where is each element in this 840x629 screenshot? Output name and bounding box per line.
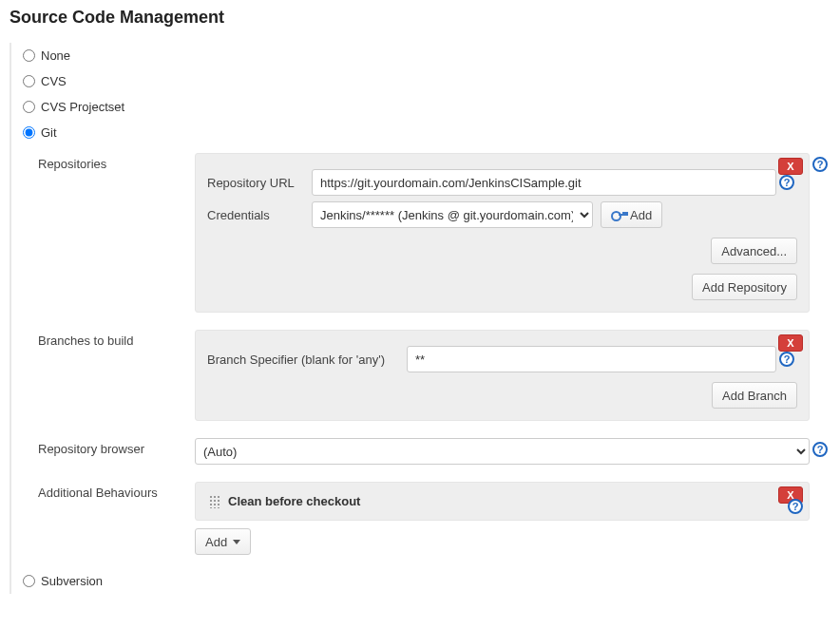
repositories-block: Repositories X Repository URL ?	[38, 153, 830, 313]
scm-label-cvs[interactable]: CVS	[41, 74, 67, 88]
help-icon[interactable]: ?	[779, 175, 794, 190]
delete-branch-button[interactable]: X	[778, 334, 803, 352]
scm-option-git[interactable]: Git	[19, 120, 830, 145]
behaviour-panel: X Clean before checkout ?	[195, 482, 810, 521]
add-repository-button[interactable]: Add Repository	[692, 274, 797, 300]
key-icon	[611, 210, 624, 219]
section-title: Source Code Management	[10, 8, 830, 28]
add-credential-label: Add	[630, 208, 652, 222]
scm-option-subversion[interactable]: Subversion	[19, 568, 830, 594]
drag-handle-icon[interactable]	[209, 495, 220, 508]
scm-option-cvs-projectset[interactable]: CVS Projectset	[19, 94, 830, 120]
repositories-label: Repositories	[38, 153, 195, 171]
add-branch-button[interactable]: Add Branch	[712, 382, 797, 409]
repo-url-input[interactable]	[312, 169, 776, 196]
scm-radio-cvs-projectset[interactable]	[23, 101, 35, 113]
scm-radio-subversion[interactable]	[23, 575, 35, 587]
help-icon[interactable]: ?	[812, 157, 828, 172]
scm-label-cvs-projectset[interactable]: CVS Projectset	[41, 100, 124, 114]
repo-browser-select[interactable]: (Auto)	[195, 438, 810, 465]
behaviour-item-label: Clean before checkout	[228, 494, 360, 508]
repository-panel: X Repository URL ? Credentials	[195, 153, 810, 313]
branches-block: Branches to build X Branch Specifier (bl…	[38, 330, 830, 421]
scm-label-git[interactable]: Git	[41, 125, 57, 140]
behaviours-block: Additional Behaviours X Clean before che…	[38, 482, 830, 555]
advanced-button[interactable]: Advanced...	[711, 238, 797, 264]
scm-label-subversion[interactable]: Subversion	[41, 574, 103, 588]
credentials-label: Credentials	[207, 208, 312, 222]
branch-panel: X Branch Specifier (blank for 'any') ?	[195, 330, 810, 421]
scm-option-none[interactable]: None	[19, 43, 830, 68]
scm-radio-git[interactable]	[23, 126, 35, 139]
scm-radio-cvs[interactable]	[23, 75, 35, 87]
scm-option-cvs[interactable]: CVS	[19, 68, 830, 94]
scm-radio-group: None CVS CVS Projectset Git Repositories…	[10, 43, 830, 594]
chevron-down-icon	[233, 540, 240, 544]
repo-browser-block: Repository browser (Auto) ?	[38, 438, 830, 465]
branch-specifier-input[interactable]	[407, 346, 776, 372]
behaviours-label: Additional Behaviours	[38, 482, 195, 500]
credentials-select[interactable]: Jenkins/****** (Jenkins @ git.yourdomain…	[312, 201, 593, 228]
repo-browser-label: Repository browser	[38, 438, 195, 456]
help-icon[interactable]: ?	[812, 442, 828, 457]
scm-radio-none[interactable]	[23, 49, 35, 62]
help-icon[interactable]: ?	[788, 499, 803, 514]
add-credential-button[interactable]: Add	[601, 201, 662, 228]
add-behaviour-button[interactable]: Add	[195, 528, 251, 555]
help-icon[interactable]: ?	[779, 352, 794, 367]
branch-specifier-label: Branch Specifier (blank for 'any')	[207, 353, 407, 367]
branches-label: Branches to build	[38, 330, 195, 348]
scm-label-none[interactable]: None	[41, 48, 70, 63]
add-behaviour-label: Add	[205, 535, 227, 549]
git-config-body: Repositories X Repository URL ?	[19, 145, 830, 568]
delete-repository-button[interactable]: X	[778, 158, 803, 175]
repo-url-label: Repository URL	[207, 176, 312, 190]
